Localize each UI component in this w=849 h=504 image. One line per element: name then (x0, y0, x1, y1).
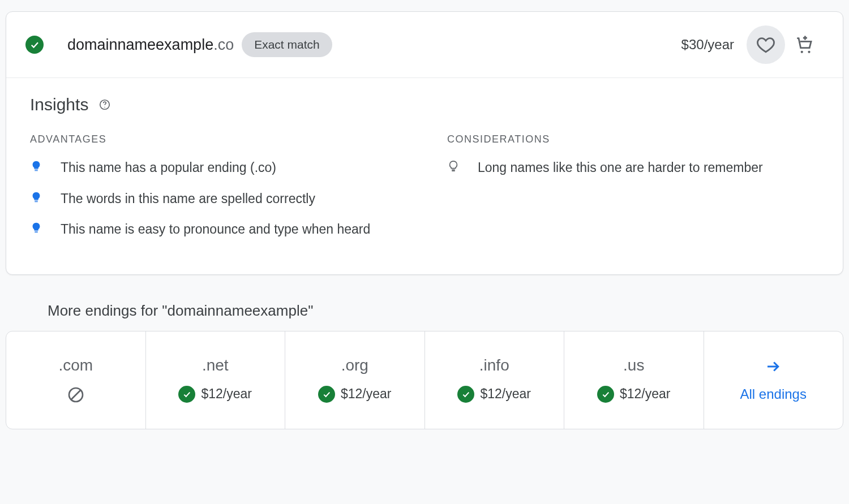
check-icon (457, 386, 474, 403)
ending-cell-org[interactable]: .org $12/year (285, 331, 425, 429)
ending-available: $12/year (457, 386, 531, 403)
domain-name: domainnameexample.co (67, 36, 234, 54)
domain-header-row: domainnameexample.co Exact match $30/yea… (6, 12, 843, 78)
svg-line-5 (71, 390, 80, 399)
all-endings-button[interactable]: All endings (704, 331, 843, 429)
considerations-column: CONSIDERATIONS Long names like this one … (447, 133, 819, 251)
ending-available: $12/year (318, 386, 392, 403)
check-icon (178, 386, 195, 403)
insights-header: Insights (30, 95, 819, 114)
check-icon (597, 386, 614, 403)
ending-price: $12/year (480, 386, 531, 402)
insights-columns: ADVANTAGES This name has a popular endin… (30, 133, 819, 251)
ending-price: $12/year (620, 386, 671, 402)
ending-price: $12/year (341, 386, 392, 402)
advantage-item: The words in this name are spelled corre… (30, 189, 402, 209)
ending-available: $12/year (178, 386, 252, 403)
lightbulb-icon (30, 160, 42, 173)
ending-cell-us[interactable]: .us $12/year (564, 331, 704, 429)
heart-icon (756, 35, 775, 54)
considerations-heading: CONSIDERATIONS (447, 133, 819, 145)
ending-tld: .org (341, 356, 368, 374)
ending-cell-com[interactable]: .com (6, 331, 146, 429)
domain-card: domainnameexample.co Exact match $30/yea… (6, 11, 843, 275)
advantages-heading: ADVANTAGES (30, 133, 402, 145)
check-icon (318, 386, 335, 403)
exact-match-badge: Exact match (242, 32, 332, 57)
lightbulb-icon (30, 191, 42, 204)
arrow-right-icon (765, 358, 782, 375)
domain-base: domainnameexample (67, 36, 213, 53)
advantages-column: ADVANTAGES This name has a popular endin… (30, 133, 402, 251)
ending-tld: .com (58, 356, 93, 374)
domain-tld: .co (213, 36, 234, 53)
ending-cell-info[interactable]: .info $12/year (425, 331, 565, 429)
advantage-item: This name has a popular ending (.co) (30, 158, 402, 178)
domain-price: $30/year (681, 37, 734, 53)
help-icon (98, 98, 111, 111)
insights-section: Insights ADVANTAGES This name has a popu… (6, 78, 843, 274)
advantage-text: This name has a popular ending (.co) (61, 158, 276, 178)
unavailable-icon (67, 386, 85, 404)
svg-point-3 (105, 107, 105, 107)
insights-title: Insights (30, 95, 88, 114)
ending-tld: .info (479, 356, 509, 374)
more-endings-label: More endings for "domainnameexample" (48, 302, 843, 320)
svg-point-0 (801, 51, 803, 53)
add-to-cart-button[interactable] (785, 25, 824, 64)
cart-plus-icon (795, 35, 814, 54)
ending-price: $12/year (201, 386, 252, 402)
lightbulb-outline-icon (447, 160, 460, 173)
advantage-text: The words in this name are spelled corre… (61, 189, 315, 209)
ending-unavailable (67, 386, 85, 404)
ending-available: $12/year (597, 386, 671, 403)
ending-tld: .net (202, 356, 229, 374)
ending-cell-net[interactable]: .net $12/year (146, 331, 286, 429)
consideration-text: Long names like this one are harder to r… (478, 158, 763, 178)
endings-grid: .com .net $12/year .org $12/year .info $… (6, 331, 843, 429)
insights-help-button[interactable] (98, 98, 111, 111)
all-endings-label: All endings (740, 386, 807, 402)
advantage-text: This name is easy to pronounce and type … (61, 219, 370, 239)
advantage-item: This name is easy to pronounce and type … (30, 219, 402, 239)
favorite-button[interactable] (747, 25, 785, 64)
ending-tld: .us (623, 356, 644, 374)
svg-point-1 (808, 51, 810, 53)
lightbulb-icon (30, 222, 42, 234)
consideration-item: Long names like this one are harder to r… (447, 158, 819, 178)
availability-check-icon (25, 36, 44, 54)
